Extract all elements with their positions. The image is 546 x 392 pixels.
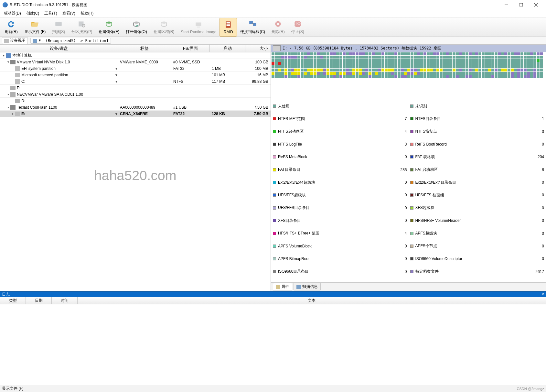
pc-icon [6,53,11,58]
header-device[interactable]: 设备/磁盘 [0,45,118,52]
table-row[interactable]: ▾本地计算机 [0,52,271,59]
raid-button[interactable]: RAID [219,18,237,37]
statusbar: 显示文件 (F) CSDN @2mangz [0,385,546,392]
legend-item: FAT 表格项204 [410,154,544,159]
refresh-button[interactable]: 刷新(R) [1,18,21,37]
menubar: 驱动器(D) 创建(C) 工具(T) 查看(V) 帮助(H) [0,10,546,17]
legend-item: APFS超级块0 [410,231,544,236]
log-header-text[interactable]: 文本 [78,297,546,304]
usb-icon [10,105,16,110]
cd-icon [15,99,20,103]
toolbar: 刷新(R) 显示文件 (F) 扫描(S) 分区搜索(P) 创建镜像(E) 打开镜… [0,17,546,37]
tab-scaninfo[interactable]: 扫描信息 [294,283,321,290]
chevron-down-icon[interactable]: ▾ [115,79,118,84]
legend-item: Ext2/Ext3/Ext4超级块0 [273,180,407,185]
log-header-time[interactable]: 时间 [52,297,78,304]
titlebar: R-STUDIO Technician 9.3.191251 - 设备视图 [0,0,546,10]
legend-item: XFS超级块0 [410,205,544,211]
legend-item: XFS目录条目0 [273,218,407,223]
svg-point-7 [106,21,112,24]
legend-item: HFS/HFS+ VolumeHeader0 [410,218,544,223]
regionsearch-button[interactable]: 分区搜索(P) [68,18,95,37]
header-start[interactable]: 启动 [210,45,245,52]
table-row[interactable]: Microsoft reserved partition▾101 MB16 MB [0,72,271,78]
legend-item: UFS/FFS超级块0 [273,192,407,198]
delete-icon [273,19,283,28]
minimize-button[interactable] [499,0,514,10]
createimage-button[interactable]: 创建镜像(E) [95,18,123,37]
legend-item: APFS BitmapRoot0 [273,256,407,261]
header-label[interactable]: 标签 [118,45,171,52]
maximize-button[interactable] [514,0,529,10]
menu-drive[interactable]: 驱动器(D) [2,10,23,17]
log-header-date[interactable]: 日期 [26,297,52,304]
legend-item: ReFS BootRecord0 [410,142,544,147]
runtimeimage-button[interactable]: Start Runtime Image [177,18,219,37]
block-map[interactable] [271,52,546,103]
svg-rect-5 [79,21,84,26]
raid-icon [223,20,233,29]
legend-item: FAT目录条目285 [273,167,407,172]
legend-item: ISO9660 VolumeDescriptor0 [410,256,544,261]
remote-icon [248,19,258,28]
vol-icon [15,73,20,77]
log-header-type[interactable]: 类型 [0,297,26,304]
tab-properties[interactable]: 属性 [273,283,292,290]
stop-button[interactable]: STOP停止(S) [288,18,307,37]
search-region-icon [77,19,87,28]
legend-item: APFS个节点0 [410,244,544,249]
properties-icon [276,285,280,289]
openimage-button[interactable]: 打开镜像(O) [123,18,150,37]
delete-button[interactable]: 删除(R) [268,18,288,37]
log-body[interactable] [0,304,546,385]
device-tree[interactable]: ▾本地计算机▾VMware Virtual NVMe Disk 1.0VMWar… [0,52,271,291]
log-title: 日志× [0,291,546,297]
region-icon [159,19,169,28]
chevron-down-icon[interactable]: ▾ [115,112,118,116]
header-size[interactable]: 大小 [245,45,270,52]
watermark-csdn: CSDN @2mangz [517,387,544,391]
table-row[interactable]: ▾Teclast CoolFlash 1100AA00000000000489#… [0,104,271,111]
legend-item: 特定档案文件2617 [410,269,544,274]
vol-icon [15,79,20,84]
chevron-down-icon[interactable]: ▾ [115,66,118,71]
svg-rect-14 [227,23,230,24]
scan-button[interactable]: 扫描(S) [49,18,68,37]
tab-partition[interactable]: E: (Recognized5) -> Partition1 [30,38,111,44]
scaninfo-icon [296,285,301,289]
remote-button[interactable]: 连接到远程(C) [237,18,268,37]
cd-icon [10,92,16,97]
drive-icon [273,45,281,51]
log-close-icon[interactable]: × [542,292,544,297]
tab-deviceview[interactable]: 设备视图 [2,37,28,44]
refresh-icon [6,19,16,28]
scan-panel: E: - 7.50 GB (8053981184 Bytes , 1573043… [271,45,546,291]
table-row[interactable]: ▾NECVMWar VMware SATA CD01 1.00 [0,91,271,98]
scan-icon [53,19,64,28]
app-icon [3,2,8,7]
table-row[interactable]: ▸E:▾CENA_X64FREFAT32128 KB7.50 GB [0,111,271,117]
legend-item: UFS/FFS 柱面组0 [410,192,544,198]
menu-help[interactable]: 帮助(H) [79,10,96,17]
table-row[interactable]: ▾VMware Virtual NVMe Disk 1.0VMWare NVME… [0,59,271,65]
close-button[interactable] [529,0,543,10]
legend-item: FAT启动扇区8 [410,167,544,172]
device-panel: 设备/磁盘 标签 FS/界面 启动 大小 ▾本地计算机▾VMware Virtu… [0,45,271,291]
legend-item: NTFS恢复点0 [410,129,544,134]
table-row[interactable]: C:▾NTFS117 MB99.88 GB [0,78,271,85]
showfiles-button[interactable]: 显示文件 (F) [21,18,49,37]
createregion-button[interactable]: 创建区域(R) [150,18,178,37]
menu-tools[interactable]: 工具(T) [42,10,59,17]
chevron-down-icon[interactable]: ▾ [115,73,118,77]
menu-create[interactable]: 创建(C) [24,10,41,17]
folder-open-icon [30,19,40,28]
menu-view[interactable]: 查看(V) [60,10,77,17]
table-row[interactable]: EFI system partition▾FAT321 MB100 MB [0,65,271,72]
table-row[interactable]: D: [0,98,271,104]
window-title: R-STUDIO Technician 9.3.191251 - 设备视图 [10,2,87,8]
table-row[interactable]: F: [0,85,271,91]
header-fs[interactable]: FS/界面 [171,45,210,52]
runtime-icon [193,20,204,29]
cd-icon [10,86,16,90]
legend-item: NTFS LogFile3 [273,142,407,147]
